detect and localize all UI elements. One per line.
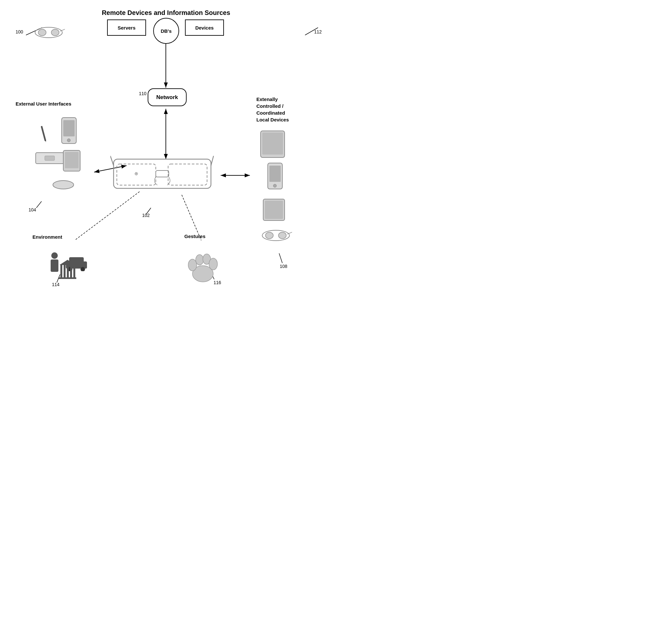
svg-rect-34 <box>156 170 169 177</box>
svg-point-67 <box>209 258 217 270</box>
tablet-left-icon <box>62 149 81 174</box>
svg-rect-57 <box>60 265 62 277</box>
svg-rect-62 <box>59 277 76 279</box>
svg-line-12 <box>279 253 282 263</box>
svg-marker-56 <box>59 260 76 265</box>
tablet-right-lower-icon <box>262 198 286 223</box>
page-title: Remote Devices and Information Sources <box>102 9 230 17</box>
svg-line-15 <box>36 201 42 208</box>
externally-controlled-label: ExtenallyControlled /CoordinatedLocal De… <box>256 96 289 123</box>
ref-112: 112 <box>314 29 321 35</box>
external-ui-label: External User Interfaces <box>16 101 71 107</box>
keyboard-icon <box>35 152 64 166</box>
svg-point-47 <box>266 232 273 239</box>
svg-point-43 <box>273 184 276 187</box>
svg-point-38 <box>136 173 137 175</box>
headset-right-icon <box>260 228 292 244</box>
dbs-box: DB's <box>153 18 179 44</box>
svg-rect-59 <box>67 265 69 277</box>
svg-rect-58 <box>64 265 66 277</box>
svg-line-36 <box>211 156 213 166</box>
svg-point-30 <box>53 181 74 189</box>
svg-point-65 <box>196 255 204 265</box>
diagram: Remote Devices and Information Sources <box>0 0 332 322</box>
servers-box: Servers <box>107 19 146 36</box>
devices-box: Devices <box>185 19 224 36</box>
svg-point-19 <box>51 29 59 36</box>
svg-point-25 <box>67 139 70 142</box>
svg-point-64 <box>188 259 197 271</box>
svg-point-18 <box>38 29 46 36</box>
svg-point-48 <box>278 232 286 239</box>
headset-topleft-icon <box>33 25 65 41</box>
svg-rect-60 <box>70 265 72 277</box>
svg-rect-29 <box>65 152 79 168</box>
building-icon <box>58 259 77 281</box>
svg-marker-22 <box>45 140 46 142</box>
network-box: Network <box>148 88 187 106</box>
gestures-label: Gestures <box>184 233 205 240</box>
ref-110: 110 <box>139 91 146 96</box>
svg-rect-32 <box>117 164 156 185</box>
ref-114: 114 <box>52 282 59 287</box>
svg-rect-27 <box>45 156 55 160</box>
svg-rect-24 <box>63 120 75 136</box>
svg-rect-33 <box>168 164 207 185</box>
phone-right-icon <box>266 162 284 193</box>
ref-116: 116 <box>213 280 221 285</box>
svg-rect-45 <box>265 201 283 219</box>
svg-rect-51 <box>50 260 58 272</box>
ref-100: 100 <box>16 29 23 35</box>
pill-icon <box>52 180 75 191</box>
svg-rect-42 <box>269 166 281 182</box>
tablet-right-top-icon <box>260 130 286 160</box>
svg-point-50 <box>51 252 58 259</box>
svg-rect-61 <box>74 265 75 277</box>
ar-glasses-icon <box>110 149 214 203</box>
stylus-icon <box>39 125 49 144</box>
environment-label: Environment <box>33 234 62 240</box>
phone-left-icon <box>60 117 78 147</box>
ref-104: 104 <box>28 207 36 213</box>
svg-rect-31 <box>113 159 211 188</box>
ref-108: 108 <box>280 264 287 269</box>
svg-rect-21 <box>41 126 46 141</box>
svg-rect-40 <box>262 133 283 155</box>
ref-102: 102 <box>142 213 150 218</box>
svg-line-35 <box>110 156 113 166</box>
